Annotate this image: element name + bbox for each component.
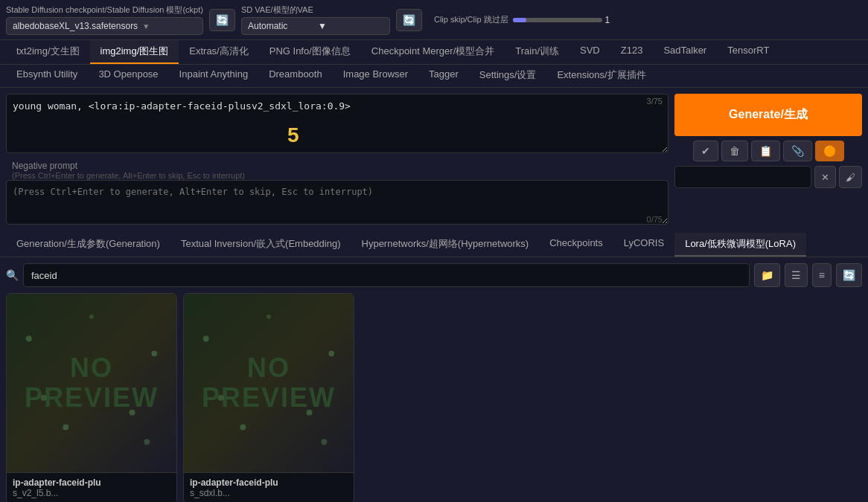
no-preview-text-2: NOPREVIEW [202,353,336,412]
clip-slider-wrap: 1 [513,15,610,25]
vae-refresh-btn[interactable]: 🔄 [396,9,422,31]
model-select[interactable]: albedobaseXL_v13.safetensors ▼ [6,17,203,35]
tab-txt2img[interactable]: txt2img/文生图 [6,40,90,64]
positive-prompt-row: 3/75 5 [6,94,668,153]
vae-label: SD VAE/模型的VAE [241,4,390,16]
lora-folder-btn[interactable]: 📁 [754,263,780,287]
lora-card-2-label: ip-adapter-faceid-plus_sdxl.b... [184,472,354,502]
main-content: 3/75 5 Negative prompt (Press Ctrl+Enter… [0,88,868,233]
no-preview-text-1: NOPREVIEW [25,353,159,412]
lora-cards: NOPREVIEW ip-adapter-faceid-plus_v2_l5.b… [6,293,862,502]
lora-card-2[interactable]: NOPREVIEW ip-adapter-faceid-plus_sdxl.b.… [183,293,354,502]
right-panel: Generate/生成 ✔ 🗑 📋 📎 🟠 ✕ 🖌 [668,94,862,227]
lora-panel: 🔍 📁 ☰ ≡ 🔄 [0,257,868,502]
generate-button[interactable]: Generate/生成 [674,94,862,136]
five-badge: 5 [287,123,299,147]
tab-checkpoints[interactable]: Checkpoints [539,233,613,257]
trash-btn[interactable]: 🗑 [721,141,748,161]
clip-btn[interactable]: 📎 [783,141,812,161]
no-preview-bg-1: NOPREVIEW [7,294,176,472]
tab-svd[interactable]: SVD [569,40,610,64]
positive-prompt-input[interactable] [6,94,668,153]
brush-btn[interactable]: 🖌 [839,166,862,188]
tab-z123[interactable]: Z123 [610,40,654,64]
confirm-btn[interactable]: ✔ [693,141,718,161]
tab-lycoris[interactable]: LyCORIS [613,233,674,257]
tab-generation[interactable]: Generation/生成参数(Generation) [6,233,170,257]
prompt-area: 3/75 5 Negative prompt (Press Ctrl+Enter… [6,94,668,227]
tab-train[interactable]: Train/训练 [505,40,569,64]
lora-refresh-btn[interactable]: 🔄 [836,263,862,287]
svg-point-2 [63,425,68,431]
tab-img2img[interactable]: img2img/图生图 [90,40,179,64]
prompt-counter: 3/75 [647,97,663,106]
tab-lora[interactable]: Lora/低秩微调模型(LoRA) [674,233,806,257]
neg-prompt-counter: 0/75 [647,215,663,224]
svg-point-12 [321,439,327,445]
vae-select[interactable]: Automatic ▼ [241,17,390,35]
svg-point-7 [203,336,209,342]
nav-tabs: txt2img/文生图 img2img/图生图 Extras/高清化 PNG I… [0,40,868,65]
negative-prompt-wrap: Negative prompt (Press Ctrl+Enter to gen… [6,158,668,227]
svg-point-9 [240,425,246,431]
tab-tagger[interactable]: Tagger [418,65,469,87]
svg-point-6 [89,315,94,319]
clear-style-btn[interactable]: ✕ [814,166,836,188]
top-bar: Stable Diffusion checkpoint/Stable Diffu… [0,0,868,40]
model-label: Stable Diffusion checkpoint/Stable Diffu… [6,4,203,16]
model-refresh-btn[interactable]: 🔄 [209,9,235,31]
lora-card-1-label: ip-adapter-faceid-plus_v2_l5.b... [7,472,176,502]
clip-slider-fill [513,18,526,22]
svg-point-13 [267,315,271,319]
vae-section: SD VAE/模型的VAE Automatic ▼ [241,4,390,35]
svg-point-0 [26,336,32,342]
tab-inpaint-anything[interactable]: Inpaint Anything [169,65,259,87]
style-input[interactable] [674,166,811,188]
action-buttons: ✔ 🗑 📋 📎 🟠 [674,141,862,161]
tab-settings[interactable]: Settings/设置 [469,65,547,87]
tab-sadtalker[interactable]: SadTalker [653,40,717,64]
clip-label: Clip skip/Clip 跳过层 [434,14,508,25]
model-value: albedobaseXL_v13.safetensors [13,21,138,31]
vae-value: Automatic [248,21,313,31]
model-arrow: ▼ [142,22,197,30]
svg-point-5 [144,439,150,445]
bottom-tabs: Generation/生成参数(Generation) Textual Inve… [0,233,868,257]
clip-value: 1 [605,15,610,25]
lora-list-btn[interactable]: ≡ [812,263,832,287]
lora-search-bar: 🔍 📁 ☰ ≡ 🔄 [6,263,862,287]
paste-btn[interactable]: 📋 [751,141,780,161]
tab-extras[interactable]: Extras/高清化 [179,40,258,64]
tab-ebsynth[interactable]: Ebsynth Utility [6,65,88,87]
tab-tensorrt[interactable]: TensorRT [717,40,779,64]
lora-sort-btn[interactable]: ☰ [785,263,808,287]
tab-textual-inversion[interactable]: Textual Inversion/嵌入式(Embedding) [170,233,351,257]
tab-extensions[interactable]: Extensions/扩展插件 [546,65,656,87]
model-section: Stable Diffusion checkpoint/Stable Diffu… [6,4,203,35]
clip-section: Clip skip/Clip 跳过层 1 [434,14,610,25]
no-preview-bg-2: NOPREVIEW [184,294,354,472]
lora-card-2-image: NOPREVIEW [184,294,354,472]
lora-card-1-image: NOPREVIEW [7,294,176,472]
style-input-wrap: ✕ 🖌 [674,166,862,188]
tab-pnginfo[interactable]: PNG Info/图像信息 [259,40,361,64]
negative-prompt-input[interactable] [6,180,668,225]
orange-btn[interactable]: 🟠 [815,141,844,161]
nav-tabs2: Ebsynth Utility 3D Openpose Inpaint Anyt… [0,65,868,88]
vae-arrow: ▼ [318,21,383,31]
tab-dreambooth[interactable]: Dreambooth [258,65,333,87]
neg-prompt-label: Negative prompt [6,158,668,171]
tab-3dopenpose[interactable]: 3D Openpose [88,65,168,87]
search-icon: 🔍 [6,269,19,281]
tab-hypernetworks[interactable]: Hypernetworks/超网络(Hypernetworks) [351,233,540,257]
lora-card-1[interactable]: NOPREVIEW ip-adapter-faceid-plus_v2_l5.b… [6,293,177,502]
clip-slider[interactable] [513,18,602,22]
lora-search-input[interactable] [23,263,750,287]
tab-image-browser[interactable]: Image Browser [333,65,418,87]
neg-prompt-hint: (Press Ctrl+Enter to generate, Alt+Enter… [6,171,668,180]
tab-checkpoint-merger[interactable]: Checkpoint Merger/模型合并 [361,40,505,64]
